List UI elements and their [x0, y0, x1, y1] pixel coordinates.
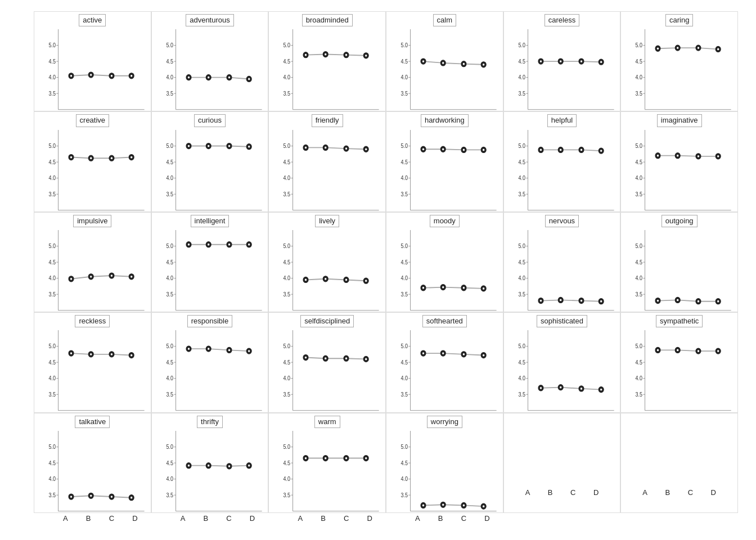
plot-area: 3.54.04.55.0: [622, 26, 736, 111]
svg-point-140: [560, 148, 561, 151]
x-axis-cell: [620, 513, 738, 529]
svg-point-192: [325, 278, 326, 280]
panel-title: adventurous: [186, 14, 234, 26]
panel-title: curious: [194, 114, 226, 127]
y-tick-label: 3.5: [166, 492, 173, 498]
y-tick-label: 4.5: [284, 359, 291, 366]
svg-line-164: [111, 276, 131, 277]
svg-point-37: [345, 54, 347, 56]
svg-point-142: [600, 150, 602, 152]
y-tick-label: 3.5: [166, 191, 173, 197]
svg-point-165: [70, 278, 72, 280]
panel-cell: broadminded3.54.04.55.0: [268, 11, 386, 111]
plot-svg: 3.54.04.55.0: [388, 327, 502, 412]
y-tick-label: 3.5: [284, 291, 291, 298]
y-tick-label: 4.0: [518, 375, 525, 382]
plot-grid: active3.54.04.55.0adventurous3.54.04.55.…: [34, 11, 738, 513]
plot-svg: 3.54.04.55.0: [270, 327, 384, 412]
svg-point-101: [208, 145, 209, 147]
svg-point-166: [90, 276, 92, 278]
svg-point-179: [208, 244, 209, 246]
y-tick-label: 4.0: [284, 476, 291, 483]
plot-area: 3.54.04.55.0: [622, 227, 736, 312]
panel-title: hardworking: [421, 114, 469, 127]
chart-container: active3.54.04.55.0adventurous3.54.04.55.…: [18, 11, 738, 529]
panel-title: active: [79, 14, 106, 26]
svg-line-268: [346, 359, 366, 359]
svg-point-347: [305, 457, 307, 459]
x-axis-label: D: [593, 488, 598, 497]
plot-svg: 3.54.04.55.0: [388, 227, 502, 312]
plot-svg: 3.54.04.55.0: [622, 327, 736, 412]
y-tick-label: 4.0: [284, 275, 291, 282]
svg-point-270: [325, 358, 326, 360]
panel-cell: talkative3.54.04.55.0: [34, 413, 151, 513]
svg-point-322: [90, 494, 92, 497]
svg-point-363: [483, 505, 484, 507]
plot-area: 3.54.04.55.0: [388, 227, 502, 312]
svg-line-357: [423, 505, 443, 505]
y-tick-label: 3.5: [518, 191, 525, 197]
svg-point-74: [657, 48, 659, 50]
svg-point-12: [130, 75, 132, 77]
svg-point-232: [698, 300, 699, 303]
svg-point-48: [422, 60, 424, 62]
plot-area: 3.54.04.55.0: [270, 327, 384, 412]
svg-point-271: [345, 358, 347, 360]
y-tick-label: 5.0: [518, 343, 525, 350]
y-tick-label: 4.0: [636, 175, 643, 182]
y-tick-label: 4.0: [636, 74, 643, 81]
svg-point-217: [539, 300, 541, 302]
panel-cell: helpful3.54.04.55.0: [503, 111, 621, 212]
svg-point-259: [248, 350, 250, 353]
y-tick-label: 4.5: [166, 259, 173, 266]
y-tick-label: 5.0: [401, 444, 408, 451]
svg-line-46: [443, 63, 464, 64]
svg-point-64: [600, 61, 602, 64]
svg-line-281: [464, 354, 483, 356]
y-tick-label: 4.0: [284, 375, 291, 382]
y-tick-label: 5.0: [284, 142, 291, 149]
svg-point-204: [422, 287, 424, 289]
y-tick-label: 4.5: [518, 259, 525, 266]
svg-point-309: [677, 349, 678, 352]
svg-point-321: [70, 496, 72, 498]
y-tick-label: 4.5: [636, 58, 643, 65]
x-axis-label: D: [250, 514, 255, 523]
y-tick-label: 4.5: [401, 259, 408, 266]
panel-cell: sophisticated3.54.04.55.0: [503, 312, 621, 412]
y-tick-label: 4.5: [49, 359, 56, 366]
x-axis-cell: [503, 513, 621, 529]
x-axis-label: C: [570, 488, 575, 497]
y-tick-label: 5.0: [401, 243, 408, 250]
svg-point-295: [539, 387, 541, 389]
y-tick-label: 5.0: [401, 343, 408, 350]
svg-line-320: [111, 497, 131, 498]
panel-cell: selfdisciplined3.54.04.55.0: [268, 312, 386, 412]
y-tick-label: 4.5: [49, 460, 56, 466]
svg-point-298: [600, 389, 602, 391]
plot-svg: 3.54.04.55.0: [270, 428, 384, 512]
panel-title: impulsive: [73, 215, 111, 227]
plot-area: 3.54.04.55.0: [153, 227, 267, 312]
y-tick-label: 3.5: [401, 492, 408, 498]
y-tick-label: 5.0: [636, 243, 643, 250]
svg-point-50: [463, 63, 465, 65]
svg-point-218: [560, 299, 561, 302]
y-tick-label: 4.0: [166, 375, 173, 382]
svg-line-280: [443, 353, 464, 354]
panel-cell: worrying3.54.04.55.0: [386, 413, 503, 513]
svg-point-102: [228, 145, 230, 147]
y-tick-label: 4.5: [401, 359, 408, 366]
panel-title: moody: [430, 215, 460, 227]
svg-line-319: [91, 496, 112, 497]
x-axis-label: B: [665, 488, 670, 497]
svg-point-284: [463, 353, 465, 356]
y-tick-label: 5.0: [166, 142, 173, 149]
svg-point-361: [442, 503, 444, 506]
y-tick-label: 4.5: [518, 159, 525, 165]
y-tick-label: 3.5: [401, 191, 408, 197]
panel-cell: moody3.54.04.55.0: [386, 212, 503, 312]
y-tick-label: 5.0: [166, 243, 173, 250]
svg-point-335: [208, 465, 209, 467]
